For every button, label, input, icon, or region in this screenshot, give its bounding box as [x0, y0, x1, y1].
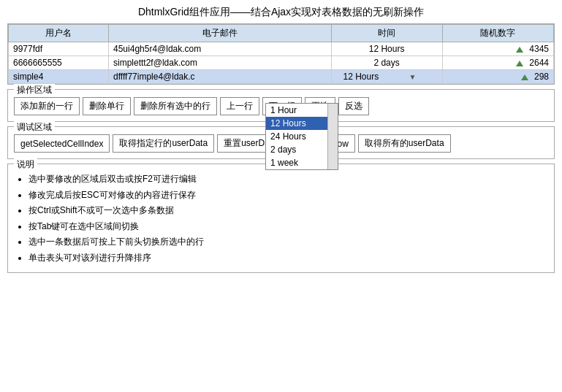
notes-label: 说明 — [14, 158, 37, 171]
note-item: 修改完成后按ESC可对修改的内容进行保存 — [29, 188, 548, 204]
operations-label: 操作区域 — [14, 84, 55, 96]
notes-list: 选中要修改的区域后双击或按F2可进行编辑修改完成后按ESC可对修改的内容进行保存… — [14, 172, 548, 266]
note-item: 按Tab键可在选中区域间切换 — [29, 219, 548, 235]
cell-email: simplettt2f@ldak.com — [109, 56, 331, 70]
cell-username: simple4 — [9, 70, 109, 84]
operation-button[interactable]: 添加新的一行 — [14, 97, 80, 115]
random-value: 4345 — [529, 44, 549, 54]
operation-button[interactable]: 上一行 — [220, 97, 259, 115]
cell-time[interactable]: 12 Hours — [331, 42, 442, 56]
operation-button[interactable]: 反选 — [338, 97, 369, 115]
col-header-email[interactable]: 电子邮件 — [109, 25, 331, 42]
random-value: 298 — [534, 72, 549, 82]
cell-email: dffff77imple4@ldak.c — [109, 70, 331, 84]
cell-random: 2644 — [442, 56, 553, 70]
dropdown-scrollbar[interactable] — [327, 104, 338, 169]
cell-time-value: 12 Hours — [336, 72, 387, 82]
table-row[interactable]: 6666665555simplettt2f@ldak.com2 days2644 — [9, 56, 554, 70]
cell-time[interactable]: 2 days — [331, 56, 442, 70]
sort-arrow-icon — [516, 58, 526, 68]
cell-email: 45ui4gh5r4@ldak.com — [109, 42, 331, 56]
table-row[interactable]: 9977fdf45ui4gh5r4@ldak.com12 Hours4345 — [9, 42, 554, 56]
data-grid: 用户名 电子邮件 时间 随机数字 9977fdf45ui4gh5r4@ldak.… — [7, 23, 555, 85]
random-value: 2644 — [529, 58, 549, 68]
page-title: DhtmlxGrid组件应用——结合Ajax实现对表格数据的无刷新操作 — [0, 0, 562, 23]
cell-username: 9977fdf — [9, 42, 109, 56]
debug-button[interactable]: 取得指定行的userData — [113, 134, 214, 153]
cell-random: 298 — [442, 70, 553, 84]
col-header-username[interactable]: 用户名 — [9, 25, 109, 42]
sort-arrow-icon — [516, 44, 526, 54]
operation-button[interactable]: 删除所有选中的行 — [134, 97, 217, 115]
operation-button[interactable]: 删除单行 — [83, 97, 131, 115]
sort-arrow-icon — [521, 72, 531, 82]
cell-time[interactable]: 12 Hours▼ — [331, 70, 442, 84]
cell-username: 6666665555 — [9, 56, 109, 70]
note-item: 选中要修改的区域后双击或按F2可进行编辑 — [29, 172, 548, 188]
col-header-time[interactable]: 时间 — [331, 25, 442, 42]
notes-section: 说明 选中要修改的区域后双击或按F2可进行编辑修改完成后按ESC可对修改的内容进… — [7, 164, 555, 273]
note-item: 选中一条数据后可按上下前头切换所选中的行 — [29, 234, 548, 250]
note-item: 按Ctrl或Shift不或可一次选中多条数据 — [29, 203, 548, 219]
data-table: 用户名 电子邮件 时间 随机数字 9977fdf45ui4gh5r4@ldak.… — [8, 24, 554, 84]
debug-button[interactable]: getSelectedCellIndex — [14, 134, 110, 153]
cell-random: 4345 — [442, 42, 553, 56]
debug-label: 调试区域 — [14, 121, 55, 134]
col-header-random[interactable]: 随机数字 — [442, 25, 553, 42]
table-row[interactable]: simple4dffff77imple4@ldak.c12 Hours▼298 — [9, 70, 554, 84]
debug-button[interactable]: 取得所有的userData — [358, 134, 451, 153]
time-dropdown-arrow[interactable]: ▼ — [387, 73, 438, 81]
time-dropdown[interactable]: 1 Hour12 Hours24 Hours2 days1 week — [265, 103, 338, 170]
note-item: 单击表头可对该列进行升降排序 — [29, 250, 548, 266]
